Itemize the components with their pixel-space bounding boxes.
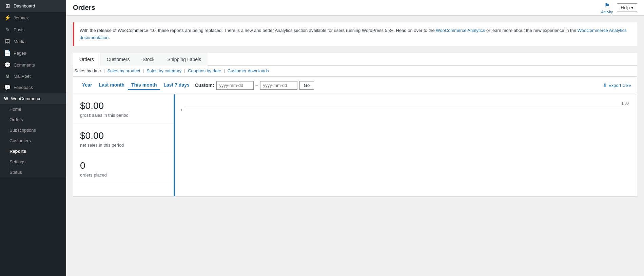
export-csv-button[interactable]: ⬇ Export CSV bbox=[603, 82, 631, 88]
subnav-coupons-by-date[interactable]: Coupons by date bbox=[188, 68, 221, 73]
sidebar-item-woo-subscriptions[interactable]: Subscriptions bbox=[0, 125, 66, 135]
sidebar: ⊞ Dashboard ⚡ Jetpack ✎ Posts 🖼 Media 📄 … bbox=[0, 0, 66, 276]
sidebar-item-jetpack[interactable]: ⚡ Jetpack bbox=[0, 12, 66, 24]
tab-stock[interactable]: Stock bbox=[136, 53, 161, 66]
mailpoet-icon: M bbox=[4, 74, 11, 79]
subnav-sales-by-category[interactable]: Sales by category bbox=[147, 68, 181, 73]
flag-icon: ⚑ bbox=[604, 2, 610, 9]
tab-shipping-labels[interactable]: Shipping Labels bbox=[161, 53, 208, 66]
tabs-nav: Orders Customers Stock Shipping Labels bbox=[73, 53, 637, 66]
woocommerce-submenu: Home Orders Subscriptions Customers Repo… bbox=[0, 104, 66, 178]
dashboard-icon: ⊞ bbox=[4, 3, 11, 9]
custom-label: Custom: bbox=[193, 81, 216, 89]
report-body: $0.00 gross sales in this period $0.00 n… bbox=[73, 94, 637, 196]
filter-year[interactable]: Year bbox=[79, 81, 96, 90]
posts-icon: ✎ bbox=[4, 26, 11, 33]
filter-bar: Year Last month This month Last 7 days C… bbox=[73, 77, 637, 94]
sidebar-item-comments[interactable]: 💬 Comments bbox=[0, 59, 66, 71]
sidebar-item-woo-customers[interactable]: Customers bbox=[0, 135, 66, 146]
topbar-right: ⚑ Activity Help ▾ bbox=[601, 2, 637, 14]
report-card: Year Last month This month Last 7 days C… bbox=[73, 76, 637, 197]
sidebar-item-posts[interactable]: ✎ Posts bbox=[0, 24, 66, 36]
sidebar-item-dashboard[interactable]: ⊞ Dashboard bbox=[0, 0, 66, 12]
subnav-customer-downloads[interactable]: Customer downloads bbox=[228, 68, 269, 73]
filter-this-month[interactable]: This month bbox=[128, 81, 160, 90]
sidebar-item-feedback[interactable]: 💬 Feedback bbox=[0, 81, 66, 93]
chart-container: 1.00 1 bbox=[180, 98, 631, 193]
sidebar-item-woo-orders[interactable]: Orders bbox=[0, 114, 66, 125]
tab-orders[interactable]: Orders bbox=[73, 53, 100, 66]
sidebar-item-media[interactable]: 🖼 Media bbox=[0, 36, 66, 47]
sidebar-item-woo-home[interactable]: Home bbox=[0, 104, 66, 114]
sidebar-item-woocommerce[interactable]: W WooCommerce bbox=[0, 93, 66, 104]
comments-icon: 💬 bbox=[4, 62, 11, 68]
main-area: Orders ⚑ Activity Help ▾ With the releas… bbox=[66, 0, 644, 276]
media-icon: 🖼 bbox=[4, 38, 11, 44]
sidebar-item-mailpoet[interactable]: M MailPoet bbox=[0, 71, 66, 81]
woocommerce-icon: W bbox=[4, 96, 8, 101]
download-icon: ⬇ bbox=[603, 82, 607, 88]
filter-last-7-days[interactable]: Last 7 days bbox=[160, 81, 193, 90]
sub-nav: Sales by date | Sales by product | Sales… bbox=[73, 66, 637, 76]
date-to-input[interactable] bbox=[260, 81, 297, 90]
feedback-icon: 💬 bbox=[4, 84, 11, 91]
sidebar-item-pages[interactable]: 📄 Pages bbox=[0, 47, 66, 59]
chevron-down-icon: ▾ bbox=[631, 5, 633, 10]
help-button[interactable]: Help ▾ bbox=[617, 3, 637, 12]
sidebar-item-woo-status[interactable]: Status bbox=[0, 167, 66, 178]
go-button[interactable]: Go bbox=[299, 81, 314, 90]
subnav-sales-by-product[interactable]: Sales by product bbox=[107, 68, 140, 73]
tab-customers[interactable]: Customers bbox=[100, 53, 136, 66]
stat-net-sales: $0.00 net sales in this period bbox=[73, 124, 174, 154]
date-from-input[interactable] bbox=[216, 81, 254, 90]
report-chart: 1.00 1 bbox=[175, 94, 637, 196]
jetpack-icon: ⚡ bbox=[4, 15, 11, 21]
chart-y-left-label: 1 bbox=[180, 108, 182, 112]
chart-gridline-top bbox=[186, 108, 626, 108]
activity-button[interactable]: ⚑ Activity bbox=[601, 2, 613, 14]
stat-orders-placed: 0 orders placed bbox=[73, 154, 174, 184]
sidebar-item-woo-settings[interactable]: Settings bbox=[0, 157, 66, 167]
sidebar-item-woo-reports[interactable]: Reports bbox=[0, 146, 66, 157]
chart-y-max-label: 1.00 bbox=[622, 101, 629, 105]
notice-banner: With the release of WooCommerce 4.0, the… bbox=[73, 22, 637, 46]
page-title: Orders bbox=[73, 4, 95, 12]
report-stats: $0.00 gross sales in this period $0.00 n… bbox=[73, 94, 175, 196]
topbar: Orders ⚑ Activity Help ▾ bbox=[66, 0, 644, 16]
date-separator: – bbox=[254, 83, 260, 88]
woocommerce-analytics-link[interactable]: WooCommerce Analytics bbox=[436, 28, 485, 33]
stat-gross-sales: $0.00 gross sales in this period bbox=[73, 94, 174, 124]
pages-icon: 📄 bbox=[4, 50, 11, 56]
content-area: With the release of WooCommerce 4.0, the… bbox=[66, 16, 644, 276]
filter-last-month[interactable]: Last month bbox=[96, 81, 128, 90]
